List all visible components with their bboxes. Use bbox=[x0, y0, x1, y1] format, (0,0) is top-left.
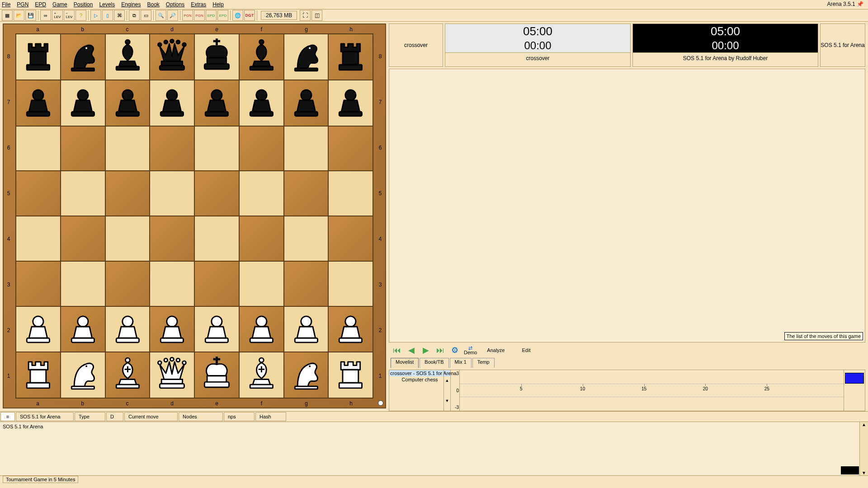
square-e6[interactable] bbox=[194, 126, 239, 171]
nav-gear-icon[interactable]: ⚙ bbox=[449, 346, 460, 355]
square-d7[interactable] bbox=[150, 80, 194, 126]
menu-game[interactable]: Game bbox=[52, 1, 67, 8]
square-g5[interactable] bbox=[284, 171, 329, 216]
wp-piece-icon[interactable] bbox=[106, 307, 150, 352]
square-d8[interactable] bbox=[150, 34, 194, 80]
wn-piece-icon[interactable] bbox=[61, 352, 105, 398]
square-h2[interactable] bbox=[328, 306, 373, 352]
square-d5[interactable] bbox=[150, 171, 194, 216]
dgt-icon[interactable]: DGT bbox=[244, 10, 255, 21]
list-item[interactable]: Computer chess bbox=[389, 376, 450, 383]
bp-piece-icon[interactable] bbox=[240, 80, 283, 126]
square-g3[interactable] bbox=[284, 261, 329, 306]
engine-output[interactable]: SOS 5.1 for Arena ▲▼ bbox=[0, 422, 868, 475]
square-f6[interactable] bbox=[239, 126, 284, 171]
square-f8[interactable] bbox=[239, 34, 284, 80]
square-c1[interactable] bbox=[105, 352, 150, 398]
list-item[interactable]: crossover - SOS 5.1 for Arena bbox=[389, 370, 450, 376]
demo-button[interactable]: ⇄Demo bbox=[464, 346, 477, 355]
menu-extras[interactable]: Extras bbox=[191, 1, 206, 8]
wq-piece-icon[interactable] bbox=[150, 352, 194, 398]
bp-piece-icon[interactable] bbox=[284, 80, 328, 126]
pgn-in-icon[interactable]: PGN bbox=[182, 10, 193, 21]
square-d4[interactable] bbox=[150, 216, 194, 261]
nav-last-icon[interactable]: ⏭ bbox=[435, 346, 446, 355]
epd-out-icon[interactable]: EPD bbox=[217, 10, 228, 21]
bn-piece-icon[interactable] bbox=[61, 34, 105, 80]
square-b4[interactable] bbox=[61, 216, 105, 261]
square-b3[interactable] bbox=[61, 261, 105, 306]
menu-epd[interactable]: EPD bbox=[35, 1, 46, 8]
square-c7[interactable] bbox=[105, 80, 150, 126]
fullscreen-icon[interactable]: ⛶ bbox=[300, 10, 311, 21]
square-f1[interactable] bbox=[239, 352, 284, 398]
br-piece-icon[interactable] bbox=[16, 34, 60, 80]
menu-levels[interactable]: Levels bbox=[99, 1, 115, 8]
wp-piece-icon[interactable] bbox=[61, 307, 105, 352]
square-b5[interactable] bbox=[61, 171, 105, 216]
bp-piece-icon[interactable] bbox=[16, 80, 60, 126]
bb-piece-icon[interactable] bbox=[240, 34, 283, 80]
wb-piece-icon[interactable] bbox=[240, 352, 283, 398]
wb-piece-icon[interactable] bbox=[106, 352, 150, 398]
menu-options[interactable]: Options bbox=[166, 1, 184, 8]
wr-piece-icon[interactable] bbox=[16, 352, 60, 398]
edit-button[interactable]: Edit bbox=[522, 348, 530, 352]
square-a8[interactable] bbox=[16, 34, 61, 80]
square-f2[interactable] bbox=[239, 306, 284, 352]
engine-go-icon[interactable]: ▷ bbox=[90, 10, 101, 21]
bp-piece-icon[interactable] bbox=[150, 80, 194, 126]
bk-piece-icon[interactable] bbox=[195, 34, 239, 80]
square-e1[interactable] bbox=[194, 352, 239, 398]
square-b8[interactable] bbox=[61, 34, 105, 80]
bp-piece-icon[interactable] bbox=[61, 80, 105, 126]
copy-icon[interactable]: ⧉ bbox=[129, 10, 140, 21]
square-c8[interactable] bbox=[105, 34, 150, 80]
zoom-in-icon[interactable]: 🔍 bbox=[156, 10, 166, 21]
square-a2[interactable] bbox=[16, 306, 61, 352]
square-d6[interactable] bbox=[150, 126, 194, 171]
square-c5[interactable] bbox=[105, 171, 150, 216]
bn-piece-icon[interactable] bbox=[284, 34, 328, 80]
square-c2[interactable] bbox=[105, 306, 150, 352]
square-g6[interactable] bbox=[284, 126, 329, 171]
nav-prev-icon[interactable]: ◀ bbox=[406, 346, 417, 355]
save-icon[interactable]: 💾 bbox=[25, 10, 36, 21]
square-e7[interactable] bbox=[194, 80, 239, 126]
globe-icon[interactable]: 🌐 bbox=[232, 10, 243, 21]
bb-piece-icon[interactable] bbox=[106, 34, 150, 80]
wp-piece-icon[interactable] bbox=[240, 307, 283, 352]
square-g1[interactable] bbox=[284, 352, 329, 398]
movelist-panel[interactable]: The list of the moves of this game bbox=[389, 69, 865, 343]
wp-piece-icon[interactable] bbox=[150, 307, 194, 352]
pgn-out-icon[interactable]: PGN bbox=[194, 10, 205, 21]
eval-game-list[interactable]: crossover - SOS 5.1 for Arena Computer c… bbox=[389, 370, 451, 411]
tab-book[interactable]: Book/TB bbox=[420, 358, 448, 368]
square-a6[interactable] bbox=[16, 126, 61, 171]
wk-piece-icon[interactable] bbox=[195, 352, 239, 398]
wr-piece-icon[interactable] bbox=[329, 352, 373, 398]
square-f7[interactable] bbox=[239, 80, 284, 126]
square-h5[interactable] bbox=[328, 171, 373, 216]
menu-pgn[interactable]: PGN bbox=[17, 1, 28, 8]
window-icon[interactable]: ▭ bbox=[141, 10, 151, 21]
square-b2[interactable] bbox=[61, 306, 105, 352]
menu-position[interactable]: Position bbox=[74, 1, 93, 8]
board-setup-icon[interactable]: ⌘ bbox=[114, 10, 125, 21]
square-a4[interactable] bbox=[16, 216, 61, 261]
open-icon[interactable]: 📂 bbox=[14, 10, 24, 21]
square-e8[interactable] bbox=[194, 34, 239, 80]
square-e2[interactable] bbox=[194, 306, 239, 352]
square-f5[interactable] bbox=[239, 171, 284, 216]
square-h8[interactable] bbox=[328, 34, 373, 80]
menu-engines[interactable]: Engines bbox=[121, 1, 141, 8]
wp-piece-icon[interactable] bbox=[284, 307, 328, 352]
analyze-button[interactable]: Analyze bbox=[487, 348, 505, 352]
square-a1[interactable] bbox=[16, 352, 61, 398]
epd-in-icon[interactable]: EPD bbox=[206, 10, 217, 21]
square-e3[interactable] bbox=[194, 261, 239, 306]
tab-movelist[interactable]: Movelist bbox=[391, 358, 419, 368]
spin-up-icon[interactable]: ▲ bbox=[444, 370, 450, 390]
bq-piece-icon[interactable] bbox=[150, 34, 194, 80]
square-e4[interactable] bbox=[194, 216, 239, 261]
